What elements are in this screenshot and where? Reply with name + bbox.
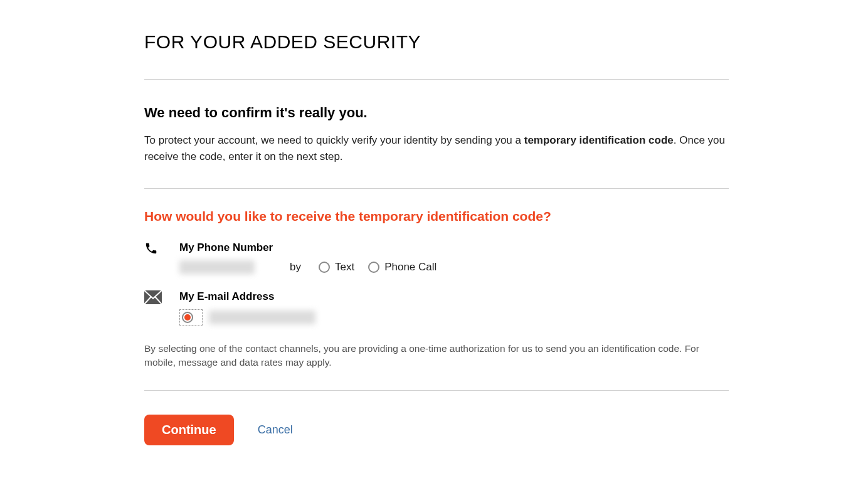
intro-bold: temporary identification code	[524, 134, 674, 146]
security-verification-panel: FOR YOUR ADDED SECURITY We need to confi…	[144, 31, 729, 445]
continue-button[interactable]: Continue	[144, 415, 234, 445]
confirm-subheading: We need to confirm it's really you.	[144, 105, 729, 121]
phone-number-masked	[179, 260, 255, 274]
by-label: by	[290, 261, 301, 273]
page-title: FOR YOUR ADDED SECURITY	[144, 31, 729, 53]
email-option-row: My E-mail Address	[144, 290, 729, 326]
email-option-content: My E-mail Address	[179, 290, 729, 326]
disclaimer-text: By selecting one of the contact channels…	[144, 342, 729, 370]
phone-option-label: My Phone Number	[179, 241, 729, 254]
email-value-row	[179, 309, 729, 326]
action-row: Continue Cancel	[144, 415, 729, 445]
radio-text[interactable]	[319, 262, 330, 273]
phone-option-row: My Phone Number by Text Phone Call	[144, 241, 729, 274]
intro-text: To protect your account, we need to quic…	[144, 132, 729, 164]
phone-icon-col	[144, 241, 179, 258]
phone-option-content: My Phone Number by Text Phone Call	[179, 241, 729, 274]
cancel-button[interactable]: Cancel	[258, 423, 293, 437]
phone-icon	[144, 241, 158, 255]
radio-phone-call-label: Phone Call	[384, 261, 437, 273]
divider	[144, 390, 729, 391]
radio-email[interactable]	[182, 312, 193, 323]
divider	[144, 188, 729, 189]
email-address-masked	[209, 310, 315, 324]
envelope-icon	[144, 290, 162, 304]
phone-value-row: by Text Phone Call	[179, 260, 729, 274]
email-option-label: My E-mail Address	[179, 290, 729, 303]
email-icon-col	[144, 290, 179, 307]
radio-text-label: Text	[335, 261, 354, 273]
divider	[144, 79, 729, 80]
delivery-question: How would you like to receive the tempor…	[144, 209, 729, 224]
email-radio-focus-wrap	[179, 309, 203, 326]
radio-phone-call[interactable]	[368, 262, 379, 273]
intro-part1: To protect your account, we need to quic…	[144, 134, 524, 146]
